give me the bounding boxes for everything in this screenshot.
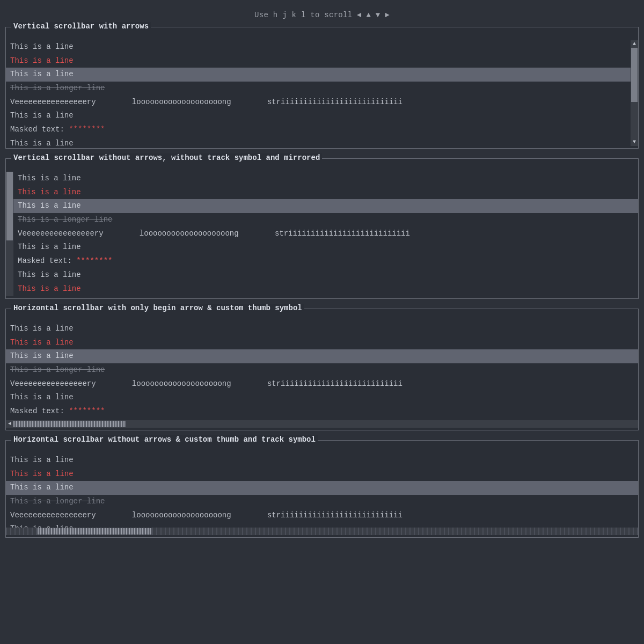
list-item: This is a longer line: [13, 213, 638, 227]
scrollbar-track: [13, 420, 638, 428]
panel4-lines: This is a line This is a line This is a …: [6, 453, 638, 528]
list-item: This is a line: [6, 54, 631, 68]
panel-vertical-arrows: Vertical scrollbar with arrows This is a…: [5, 27, 639, 149]
list-item: This is a line: [13, 268, 638, 282]
list-item: Veeeeeeeeeeeeeeeery looooooooooooooooooo…: [6, 509, 638, 523]
scrollbar-thumb[interactable]: [6, 172, 13, 240]
panel4-title: Horizontal scrollbar without arrows & cu…: [11, 435, 318, 444]
list-item: This is a line: [6, 40, 631, 54]
vertical-scrollbar-left[interactable]: [6, 172, 13, 296]
vertical-scrollbar[interactable]: ▲ ▼: [631, 40, 638, 146]
list-item: This is a line: [13, 282, 638, 296]
list-item: This is a line: [6, 467, 638, 481]
panel-vertical-noarrow-mirrored: Vertical scrollbar without arrows, witho…: [5, 158, 639, 299]
list-item: This is a line: [6, 522, 638, 528]
list-item: This is a line: [6, 481, 638, 495]
scrollbar-down-arrow[interactable]: ▼: [631, 138, 638, 146]
panel2-lines: This is a line This is a line This is a …: [13, 172, 638, 296]
list-item: This is a line: [6, 336, 638, 350]
masked-value: ********: [76, 257, 112, 265]
list-item: This is a line: [6, 137, 631, 148]
horizontal-scrollbar[interactable]: ◄: [6, 420, 638, 428]
list-item: Veeeeeeeeeeeeeeeery looooooooooooooooooo…: [6, 377, 638, 391]
list-item: This is a line: [6, 322, 638, 336]
masked-value: ********: [69, 407, 105, 415]
panel3-title: Horizontal scrollbar with only begin arr…: [11, 304, 304, 312]
panel-horizontal-noarrow-custom: Horizontal scrollbar without arrows & cu…: [5, 440, 639, 538]
scrollbar-thumb[interactable]: [13, 421, 126, 427]
list-item: This is a longer line: [6, 82, 631, 96]
scrollbar-thumb[interactable]: [631, 48, 638, 102]
list-item: This is a line: [6, 109, 631, 123]
list-item: This is a line: [6, 453, 638, 467]
panel1-title: Vertical scrollbar with arrows: [11, 22, 151, 31]
panel-horizontal-begin-arrow: Horizontal scrollbar with only begin arr…: [5, 309, 639, 430]
list-item: This is a line: [13, 199, 638, 213]
list-item: This is a line: [13, 172, 638, 186]
list-item: Masked text: ********: [6, 405, 638, 419]
list-item: Veeeeeeeeeeeeeeeery looooooooooooooooooo…: [13, 227, 638, 241]
scrollbar-track: [631, 48, 638, 138]
list-item: This is a line: [6, 349, 638, 363]
scrollbar-up-arrow[interactable]: ▲: [631, 40, 638, 48]
panel2-title: Vertical scrollbar without arrows, witho…: [11, 153, 322, 162]
list-item: This is a line: [6, 68, 631, 82]
panel3-lines: This is a line This is a line This is a …: [6, 322, 638, 420]
horizontal-scrollbar-noarrow[interactable]: [6, 528, 638, 535]
list-item: This is a line: [13, 240, 638, 254]
list-item: This is a longer line: [6, 363, 638, 377]
list-item: Masked text: ********: [6, 123, 631, 137]
list-item: Masked text: ********: [13, 254, 638, 268]
list-item: This is a longer line: [6, 495, 638, 509]
masked-value: ********: [69, 125, 105, 134]
list-item: Veeeeeeeeeeeeeeeery looooooooooooooooooo…: [6, 96, 631, 109]
list-item: This is a line: [13, 186, 638, 200]
list-item: This is a line: [6, 391, 638, 405]
scrollbar-thumb-custom[interactable]: [38, 528, 151, 535]
panel1-lines: This is a line This is a line This is a …: [6, 40, 631, 148]
scrollbar-left-arrow[interactable]: ◄: [6, 420, 13, 428]
